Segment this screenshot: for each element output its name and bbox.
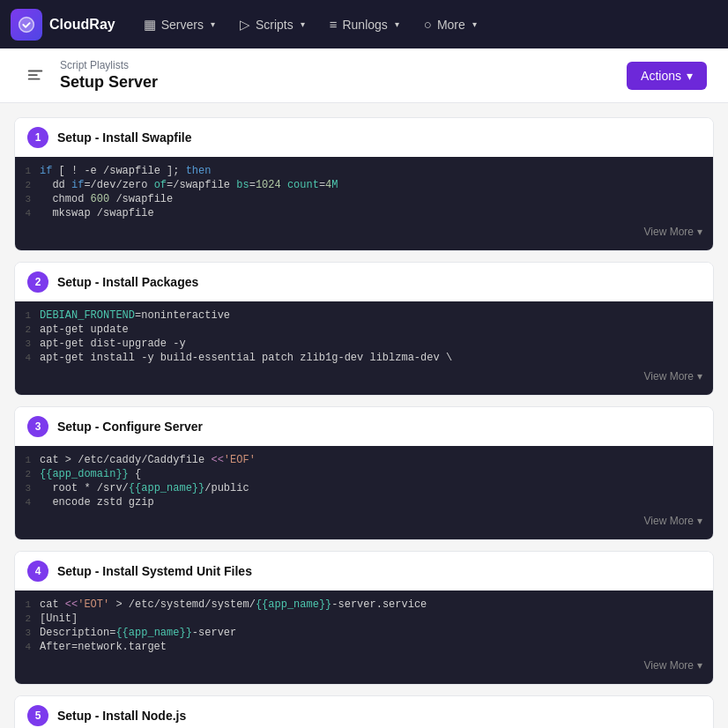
code-block: 1if [ ! -e /swapfile ]; then2 dd if=/dev… bbox=[15, 157, 713, 250]
view-more-row: View More ▾ bbox=[15, 654, 713, 677]
line-number: 4 bbox=[15, 642, 40, 652]
line-code: apt-get install -y build-essential patch… bbox=[40, 352, 452, 364]
line-number: 3 bbox=[15, 628, 40, 638]
step-header: 4Setup - Install Systemd Unit Files bbox=[15, 552, 713, 591]
runlogs-icon: ≡ bbox=[330, 17, 338, 32]
step-card: 5Setup - Install Node.js1git clone https… bbox=[14, 695, 714, 728]
navigation: CloudRay ▦ Servers ▾ ▷ Scripts ▾ ≡ Runlo… bbox=[0, 0, 728, 48]
code-line: 4 mkswap /swapfile bbox=[15, 206, 713, 220]
view-more-button[interactable]: View More ▾ bbox=[644, 659, 702, 672]
code-line: 3Description={{app_name}}-server bbox=[15, 626, 713, 640]
code-line: 1cat > /etc/caddy/Caddyfile <<'EOF' bbox=[15, 453, 713, 467]
nav-item-servers[interactable]: ▦ Servers ▾ bbox=[133, 11, 226, 38]
line-number: 1 bbox=[15, 599, 40, 610]
line-number: 3 bbox=[15, 483, 40, 494]
page-header: Script Playlists Setup Server Actions ▾ bbox=[0, 48, 728, 103]
line-code: if [ ! -e /swapfile ]; then bbox=[40, 165, 211, 177]
step-number: 4 bbox=[27, 561, 48, 582]
logo-text: CloudRay bbox=[49, 17, 115, 33]
step-card: 4Setup - Install Systemd Unit Files1cat … bbox=[14, 551, 714, 685]
line-number: 1 bbox=[15, 455, 40, 465]
line-code: apt-get dist-upgrade -y bbox=[40, 338, 186, 350]
code-line: 1cat <<'EOT' > /etc/systemd/system/{{app… bbox=[15, 598, 713, 612]
line-code: cat <<'EOT' > /etc/systemd/system/{{app_… bbox=[40, 598, 427, 611]
scripts-icon: ▷ bbox=[240, 17, 250, 33]
step-title: Setup - Configure Server bbox=[57, 420, 203, 434]
line-code: [Unit] bbox=[40, 613, 78, 625]
line-number: 3 bbox=[15, 194, 40, 204]
line-code: apt-get update bbox=[40, 323, 129, 336]
code-block: 1cat <<'EOT' > /etc/systemd/system/{{app… bbox=[15, 591, 713, 684]
line-number: 1 bbox=[15, 166, 40, 176]
svg-rect-1 bbox=[28, 70, 43, 71]
code-line: 3 root * /srv/{{app_name}}/public bbox=[15, 481, 713, 495]
step-title: Setup - Install Packages bbox=[57, 275, 198, 289]
scripts-chevron: ▾ bbox=[301, 19, 305, 29]
breadcrumb: Script Playlists bbox=[60, 59, 158, 71]
step-header: 3Setup - Configure Server bbox=[15, 407, 713, 446]
line-number: 1 bbox=[15, 310, 40, 321]
svg-rect-3 bbox=[28, 78, 41, 79]
code-line: 2{{app_domain}} { bbox=[15, 467, 713, 481]
line-code: DEBIAN_FRONTEND=noninteractive bbox=[40, 309, 230, 322]
code-line: 1DEBIAN_FRONTEND=noninteractive bbox=[15, 308, 713, 323]
line-code: mkswap /swapfile bbox=[40, 207, 154, 219]
actions-chevron: ▾ bbox=[687, 69, 693, 83]
step-header: 5Setup - Install Node.js bbox=[15, 696, 713, 728]
code-block: 1DEBIAN_FRONTEND=noninteractive2apt-get … bbox=[15, 301, 713, 395]
code-line: 2apt-get update bbox=[15, 323, 713, 337]
code-line: 4apt-get install -y build-essential patc… bbox=[15, 351, 713, 365]
view-more-button[interactable]: View More ▾ bbox=[644, 370, 702, 383]
nav-label-runlogs: Runlogs bbox=[342, 18, 387, 32]
step-number: 3 bbox=[27, 416, 48, 437]
line-number: 2 bbox=[15, 324, 40, 335]
step-card: 3Setup - Configure Server1cat > /etc/cad… bbox=[14, 406, 714, 540]
header-left: Script Playlists Setup Server bbox=[21, 59, 158, 92]
nav-item-more[interactable]: ○ More ▾ bbox=[413, 11, 487, 37]
line-number: 4 bbox=[15, 208, 40, 219]
view-more-button[interactable]: View More ▾ bbox=[644, 226, 702, 238]
title-block: Script Playlists Setup Server bbox=[60, 59, 158, 92]
step-header: 1Setup - Install Swapfile bbox=[15, 118, 713, 157]
line-code: cat > /etc/caddy/Caddyfile <<'EOF' bbox=[40, 454, 256, 466]
line-code: After=network.target bbox=[40, 641, 167, 653]
step-card: 1Setup - Install Swapfile1if [ ! -e /swa… bbox=[14, 117, 714, 251]
logo[interactable]: CloudRay bbox=[11, 9, 115, 41]
line-code: encode zstd gzip bbox=[40, 496, 154, 509]
code-line: 4After=network.target bbox=[15, 640, 713, 654]
step-title: Setup - Install Systemd Unit Files bbox=[57, 564, 252, 578]
step-number: 2 bbox=[27, 271, 48, 293]
line-number: 2 bbox=[15, 180, 40, 190]
breadcrumb-icon bbox=[21, 62, 49, 90]
code-line: 3 chmod 600 /swapfile bbox=[15, 192, 713, 206]
line-number: 4 bbox=[15, 353, 40, 363]
step-title: Setup - Install Node.js bbox=[57, 709, 186, 723]
page-title: Setup Server bbox=[60, 73, 158, 92]
step-card: 2Setup - Install Packages1DEBIAN_FRONTEN… bbox=[14, 262, 714, 396]
code-line: 4 encode zstd gzip bbox=[15, 495, 713, 509]
code-line: 2 dd if=/dev/zero of=/swapfile bs=1024 c… bbox=[15, 178, 713, 192]
code-block: 1cat > /etc/caddy/Caddyfile <<'EOF'2{{ap… bbox=[15, 446, 713, 539]
code-line: 3apt-get dist-upgrade -y bbox=[15, 337, 713, 351]
line-number: 3 bbox=[15, 338, 40, 349]
actions-button[interactable]: Actions ▾ bbox=[627, 62, 707, 90]
step-number: 5 bbox=[27, 705, 48, 726]
line-code: root * /srv/{{app_name}}/public bbox=[40, 482, 249, 494]
more-icon: ○ bbox=[424, 17, 432, 32]
nav-item-runlogs[interactable]: ≡ Runlogs ▾ bbox=[319, 11, 410, 37]
view-more-row: View More ▾ bbox=[15, 365, 713, 388]
line-code: chmod 600 /swapfile bbox=[40, 193, 173, 205]
line-code: dd if=/dev/zero of=/swapfile bs=1024 cou… bbox=[40, 179, 338, 191]
servers-icon: ▦ bbox=[144, 17, 156, 33]
steps-content: 1Setup - Install Swapfile1if [ ! -e /swa… bbox=[0, 103, 728, 728]
nav-item-scripts[interactable]: ▷ Scripts ▾ bbox=[229, 11, 316, 38]
view-more-row: View More ▾ bbox=[15, 220, 713, 243]
runlogs-chevron: ▾ bbox=[395, 19, 399, 29]
step-header: 2Setup - Install Packages bbox=[15, 263, 713, 301]
nav-label-scripts: Scripts bbox=[256, 18, 293, 32]
view-more-button[interactable]: View More ▾ bbox=[644, 515, 702, 527]
line-code: {{app_domain}} { bbox=[40, 468, 141, 480]
code-line: 1if [ ! -e /swapfile ]; then bbox=[15, 164, 713, 178]
actions-label: Actions bbox=[641, 69, 681, 83]
line-number: 2 bbox=[15, 469, 40, 479]
